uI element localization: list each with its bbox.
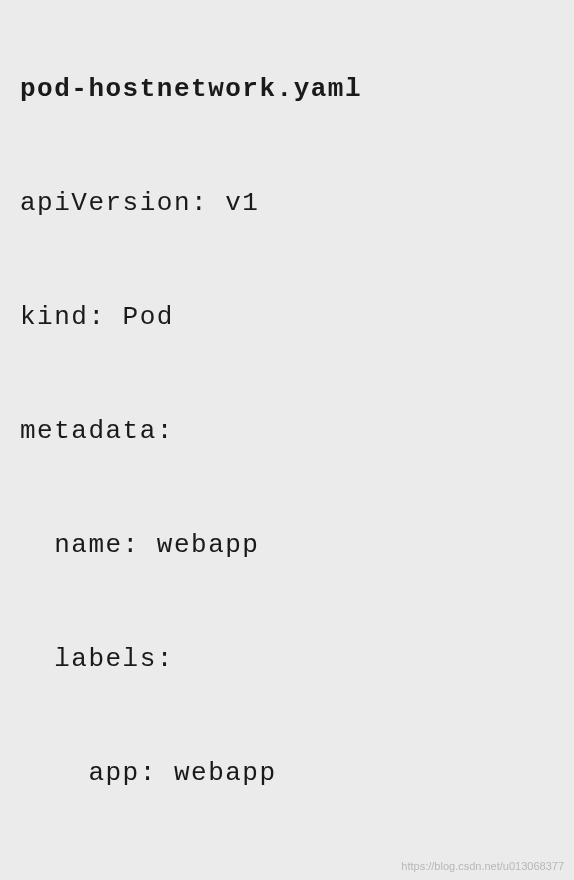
yaml-line-label-app: app: webapp [20, 760, 554, 786]
file-title: pod-hostnetwork.yaml [20, 76, 554, 102]
yaml-line-meta-name: name: webapp [20, 532, 554, 558]
yaml-line-labels: labels: [20, 646, 554, 672]
yaml-line-metadata: metadata: [20, 418, 554, 444]
yaml-line-spec: spec: [20, 874, 554, 880]
watermark-text: https://blog.csdn.net/u013068377 [401, 861, 564, 872]
yaml-code-block: pod-hostnetwork.yaml apiVersion: v1 kind… [20, 24, 554, 880]
yaml-line-kind: kind: Pod [20, 304, 554, 330]
yaml-line-apiversion: apiVersion: v1 [20, 190, 554, 216]
